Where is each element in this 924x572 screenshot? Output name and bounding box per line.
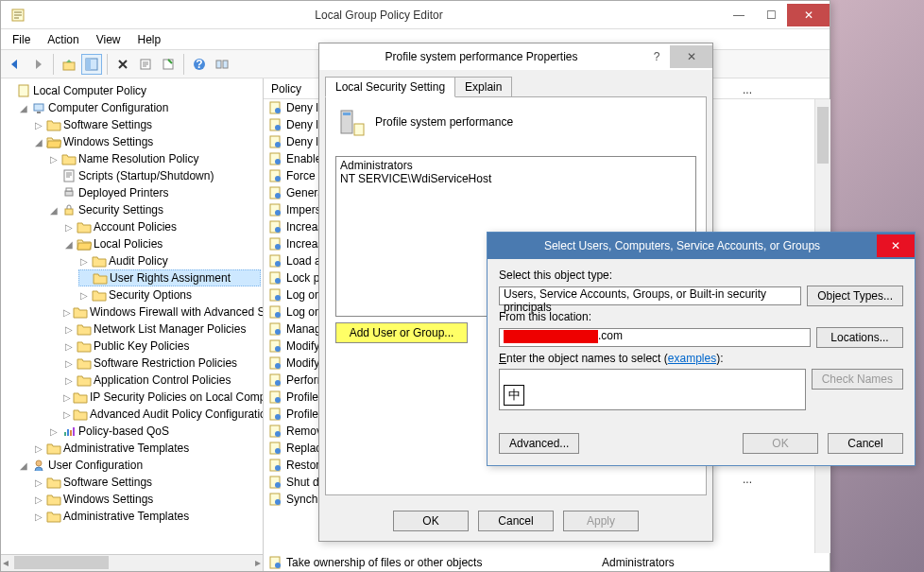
delete-button[interactable] bbox=[112, 54, 133, 75]
tree-security-settings[interactable]: Security Settings bbox=[78, 203, 163, 217]
export-button[interactable] bbox=[158, 54, 179, 75]
tree-user-config[interactable]: User Configuration bbox=[48, 459, 143, 472]
svg-point-71 bbox=[275, 563, 281, 568]
tree-item[interactable]: Advanced Audit Policy Configuration bbox=[90, 407, 264, 421]
security-policy-icon bbox=[267, 151, 282, 166]
cancel-button[interactable]: Cancel bbox=[828, 433, 903, 454]
tree-item[interactable]: Network List Manager Policies bbox=[94, 322, 246, 336]
forward-button[interactable] bbox=[27, 54, 48, 75]
menu-help[interactable]: Help bbox=[130, 31, 169, 48]
cancel-button[interactable]: Cancel bbox=[478, 511, 554, 531]
svg-rect-74 bbox=[354, 124, 364, 135]
advanced-button[interactable]: Advanced... bbox=[499, 433, 579, 454]
close-button[interactable]: ✕ bbox=[787, 4, 830, 26]
locations-button[interactable]: Locations... bbox=[816, 327, 903, 348]
expander-icon[interactable]: ▷ bbox=[33, 442, 44, 454]
security-policy-icon bbox=[267, 555, 282, 570]
expander-icon[interactable]: ▷ bbox=[78, 255, 90, 267]
tree-windows-settings[interactable]: Windows Settings bbox=[63, 135, 153, 148]
tree-item[interactable]: Software Restriction Policies bbox=[94, 356, 237, 370]
ok-button[interactable]: OK bbox=[393, 511, 469, 531]
up-button[interactable] bbox=[59, 54, 79, 75]
expander-icon[interactable]: ▷ bbox=[48, 425, 60, 437]
minimize-button[interactable]: ― bbox=[723, 4, 755, 26]
tree-item[interactable]: Software Settings bbox=[63, 118, 152, 131]
help-button[interactable]: ? bbox=[189, 54, 210, 75]
tree-item[interactable]: IP Security Policies on Local Computer bbox=[90, 390, 264, 404]
svg-point-63 bbox=[275, 448, 281, 454]
printer-icon bbox=[61, 185, 77, 200]
expander-icon[interactable]: ▷ bbox=[63, 306, 71, 318]
expander-icon[interactable]: ▷ bbox=[63, 340, 75, 352]
add-user-group-button[interactable]: Add User or Group... bbox=[335, 322, 468, 343]
tree-pane[interactable]: Local Computer Policy ◢Computer Configur… bbox=[1, 78, 264, 571]
object-types-button[interactable]: Object Types... bbox=[807, 286, 903, 306]
menu-action[interactable]: Action bbox=[40, 31, 86, 48]
expander-icon[interactable]: ▷ bbox=[33, 477, 44, 488]
tree-item[interactable]: Name Resolution Policy bbox=[78, 152, 198, 165]
select-users-dialog: Select Users, Computers, Service Account… bbox=[487, 232, 915, 466]
apply-button[interactable]: Apply bbox=[563, 511, 639, 531]
expander-icon[interactable]: ▷ bbox=[63, 357, 75, 369]
location-field[interactable]: .com bbox=[499, 328, 811, 347]
expander-icon[interactable]: ▷ bbox=[78, 289, 90, 301]
expander-icon[interactable]: ▷ bbox=[33, 494, 44, 505]
tree-item[interactable]: Windows Firewall with Advanced Security bbox=[90, 305, 264, 319]
show-tree-button[interactable] bbox=[81, 54, 102, 75]
expander-icon[interactable]: ▷ bbox=[63, 391, 71, 403]
svg-rect-17 bbox=[64, 432, 66, 436]
tree-item[interactable]: Administrative Templates bbox=[63, 510, 189, 523]
tab-local-security[interactable]: Local Security Setting bbox=[325, 77, 455, 97]
expander-icon[interactable]: ◢ bbox=[18, 459, 29, 471]
tree-item[interactable]: Account Policies bbox=[94, 220, 177, 234]
expander-icon[interactable]: ◢ bbox=[33, 136, 44, 147]
tree-item[interactable]: Software Settings bbox=[63, 476, 152, 489]
back-button[interactable] bbox=[5, 54, 26, 75]
tab-explain[interactable]: Explain bbox=[454, 77, 512, 97]
menu-view[interactable]: View bbox=[89, 31, 128, 48]
properties-button[interactable] bbox=[135, 54, 156, 75]
scrollbar-thumb[interactable] bbox=[817, 107, 829, 164]
scrollbar-thumb[interactable] bbox=[14, 556, 109, 569]
tree-item[interactable]: Scripts (Startup/Shutdown) bbox=[78, 169, 214, 182]
toggle-button[interactable] bbox=[212, 54, 232, 75]
close-button[interactable]: ✕ bbox=[670, 45, 712, 68]
expander-icon[interactable]: ▷ bbox=[48, 153, 60, 165]
tree-item[interactable]: Application Control Policies bbox=[94, 373, 231, 387]
close-button[interactable]: ✕ bbox=[877, 234, 915, 257]
menu-file[interactable]: File bbox=[5, 31, 38, 48]
tree-root[interactable]: Local Computer Policy bbox=[33, 84, 146, 97]
list-item[interactable]: NT SERVICE\WdiServiceHost bbox=[340, 172, 692, 185]
expander-icon[interactable]: ▷ bbox=[33, 119, 44, 130]
expander-icon[interactable]: ▷ bbox=[63, 323, 75, 335]
tree-item[interactable]: Public Key Policies bbox=[94, 339, 189, 353]
tree-item[interactable]: Deployed Printers bbox=[78, 186, 168, 199]
expander-icon[interactable]: ▷ bbox=[33, 511, 44, 522]
tree-item[interactable]: Windows Settings bbox=[63, 493, 153, 506]
tree-item[interactable]: Policy-based QoS bbox=[78, 425, 169, 438]
expander-icon[interactable]: ◢ bbox=[48, 204, 60, 216]
tree-user-rights[interactable]: User Rights Assignment bbox=[110, 271, 231, 285]
ok-button[interactable]: OK bbox=[743, 433, 818, 454]
expander-icon[interactable]: ◢ bbox=[18, 102, 29, 113]
maximize-button[interactable]: ☐ bbox=[755, 4, 787, 26]
check-names-button[interactable]: Check Names bbox=[812, 369, 903, 390]
tree-item[interactable]: Administrative Templates bbox=[63, 442, 189, 455]
svg-point-37 bbox=[275, 227, 281, 233]
list-item-label[interactable]: Take ownership of files or other objects bbox=[286, 556, 598, 569]
expander-icon[interactable]: ▷ bbox=[63, 221, 75, 233]
help-button[interactable]: ? bbox=[643, 45, 670, 68]
object-names-input[interactable]: 中 bbox=[499, 369, 806, 410]
server-icon bbox=[335, 107, 366, 137]
svg-point-59 bbox=[275, 414, 281, 420]
tree-item[interactable]: Security Options bbox=[109, 288, 192, 302]
expander-icon[interactable]: ◢ bbox=[63, 238, 75, 250]
expander-icon[interactable]: ▷ bbox=[63, 374, 75, 386]
list-item[interactable]: Administrators bbox=[340, 159, 692, 172]
tree-item[interactable]: Audit Policy bbox=[109, 254, 168, 268]
object-type-field[interactable]: Users, Service Accounts, Groups, or Buil… bbox=[499, 286, 801, 305]
expander-icon[interactable]: ▷ bbox=[63, 408, 71, 420]
tree-local-policies[interactable]: Local Policies bbox=[94, 237, 163, 251]
tree-computer-config[interactable]: Computer Configuration bbox=[48, 101, 168, 114]
examples-link[interactable]: examples bbox=[668, 352, 716, 365]
